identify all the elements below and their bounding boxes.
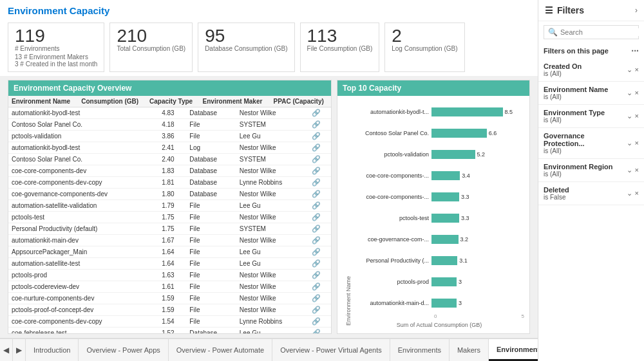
bar-label: coe-core-components-...: [354, 172, 429, 179]
link-icon[interactable]: 🔗: [312, 306, 321, 313]
ppac-link[interactable]: 🔗: [308, 189, 331, 200]
filter-actions: ⌄ ×: [627, 189, 639, 198]
tab-introduction[interactable]: Introduction: [26, 339, 79, 361]
link-icon[interactable]: 🔗: [312, 120, 321, 128]
table-cell: automationkit-main-dev: [8, 235, 158, 246]
link-icon[interactable]: 🔗: [312, 259, 321, 267]
link-icon[interactable]: 🔗: [312, 178, 321, 186]
filter-actions: ⌄ ×: [627, 66, 639, 74]
filter-item: Deleted is False ⌄ ×: [538, 182, 644, 205]
table-cell: 1.59: [158, 304, 186, 316]
filter-clear-icon[interactable]: ×: [635, 166, 639, 174]
filter-chevron-icon[interactable]: ⌄: [627, 89, 632, 97]
ppac-link[interactable]: 🔗: [308, 212, 331, 223]
link-icon[interactable]: 🔗: [312, 155, 321, 163]
ppac-link[interactable]: 🔗: [308, 107, 331, 119]
tab-nav-next[interactable]: ▶: [13, 339, 26, 361]
link-icon[interactable]: 🔗: [312, 213, 321, 221]
filter-chevron-icon[interactable]: ⌄: [627, 66, 632, 74]
ppac-link[interactable]: 🔗: [308, 293, 331, 304]
table-cell: coe-core-components-dev-copy: [8, 316, 158, 328]
ppac-link[interactable]: 🔗: [308, 281, 331, 293]
table-cell: Lee Gu: [236, 328, 308, 334]
link-icon[interactable]: 🔗: [312, 294, 321, 302]
ppac-link[interactable]: 🔗: [308, 119, 331, 131]
filters-header: ☰ Filters ›: [538, 0, 644, 21]
link-icon[interactable]: 🔗: [312, 167, 321, 174]
link-icon[interactable]: 🔗: [312, 143, 321, 151]
filter-chevron-icon[interactable]: ⌄: [627, 166, 632, 174]
kpi-main-environments: 119: [15, 27, 97, 45]
ppac-link[interactable]: 🔗: [308, 316, 331, 328]
filter-clear-icon[interactable]: ×: [635, 139, 639, 147]
col-capacity-type: Capacity Type: [146, 96, 199, 107]
filter-clear-icon[interactable]: ×: [635, 89, 639, 97]
tab-makers[interactable]: Makers: [450, 339, 489, 361]
filter-clear-icon[interactable]: ×: [635, 66, 639, 74]
link-icon[interactable]: 🔗: [312, 248, 321, 255]
table-row: pctools-prod1.63FileNestor Wilke🔗: [8, 270, 331, 281]
link-icon[interactable]: 🔗: [312, 271, 321, 279]
ppac-link[interactable]: 🔗: [308, 142, 331, 154]
link-icon[interactable]: 🔗: [312, 201, 321, 209]
ppac-link[interactable]: 🔗: [308, 223, 331, 235]
search-box[interactable]: 🔍: [544, 25, 639, 39]
ppac-link[interactable]: 🔗: [308, 131, 331, 142]
ppac-link[interactable]: 🔗: [308, 154, 331, 165]
table-row: coe-core-components-dev-copy1.54FileLynn…: [8, 316, 331, 328]
ppac-link[interactable]: 🔗: [308, 328, 331, 334]
link-icon[interactable]: 🔗: [312, 109, 321, 116]
tab-overview---power-apps[interactable]: Overview - Power Apps: [79, 339, 168, 361]
filter-clear-icon[interactable]: ×: [635, 189, 639, 198]
link-icon[interactable]: 🔗: [312, 132, 321, 140]
link-icon[interactable]: 🔗: [312, 236, 321, 244]
bottom-tabs: ◀ ▶ IntroductionOverview - Power AppsOve…: [0, 338, 538, 361]
link-icon[interactable]: 🔗: [312, 329, 321, 333]
filter-chevron-icon[interactable]: ⌄: [627, 112, 632, 120]
tab-environments[interactable]: Environments: [390, 339, 450, 361]
bar-label: automationkit-byodl-t...: [354, 109, 429, 115]
link-icon[interactable]: 🔗: [312, 190, 321, 198]
tab-overview---power-virtual-agents[interactable]: Overview - Power Virtual Agents: [272, 339, 390, 361]
filters-title-text: Filters: [557, 5, 584, 15]
link-icon[interactable]: 🔗: [312, 282, 321, 290]
table-scroll[interactable]: automationkit-byodl-test4.83DatabaseNest…: [8, 107, 331, 333]
table-cell: 1.59: [158, 293, 186, 304]
filter-clear-icon[interactable]: ×: [635, 112, 639, 120]
kpi-label-file: File Consumption (GB): [307, 45, 373, 52]
filter-name-text: Governance Protection...: [544, 132, 627, 147]
ppac-link[interactable]: 🔗: [308, 270, 331, 281]
tab-overview---power-automate[interactable]: Overview - Power Automate: [169, 339, 272, 361]
ppac-link[interactable]: 🔗: [308, 246, 331, 258]
table-cell: automation-satellite-validation: [8, 200, 158, 212]
table-row: automationkit-byodl-test4.83DatabaseNest…: [8, 107, 331, 119]
search-input[interactable]: [560, 28, 644, 36]
content-area: Environment Capacity 119 # Environments …: [0, 0, 538, 361]
ppac-link[interactable]: 🔗: [308, 200, 331, 212]
table-cell: Nestor Wilke: [236, 212, 308, 223]
table-row: coe-core-components-dev1.83DatabaseNesto…: [8, 165, 331, 177]
table-cell: Database: [186, 189, 236, 200]
filter-chevron-icon[interactable]: ⌄: [627, 189, 632, 198]
filters-on-page-text: Filters on this page: [544, 47, 609, 55]
bar: [431, 192, 459, 201]
col-env-maker: Environment Maker: [200, 96, 270, 107]
ppac-link[interactable]: 🔗: [308, 304, 331, 316]
table-row: pctools-validation3.86FileLee Gu🔗: [8, 131, 331, 142]
bar-value: 3.4: [462, 172, 470, 179]
tab-nav-prev[interactable]: ◀: [0, 339, 13, 361]
table-row: coe-febrelease-test1.52DatabaseLee Gu🔗: [8, 328, 331, 334]
table-cell: Database: [186, 165, 236, 177]
ppac-link[interactable]: 🔗: [308, 235, 331, 246]
filter-chevron-icon[interactable]: ⌄: [627, 139, 632, 147]
ppac-link[interactable]: 🔗: [308, 258, 331, 270]
tabs-container: IntroductionOverview - Power AppsOvervie…: [26, 339, 538, 361]
table-cell: Nestor Wilke: [236, 235, 308, 246]
link-icon[interactable]: 🔗: [312, 225, 321, 232]
ppac-link[interactable]: 🔗: [308, 177, 331, 189]
filters-expand-icon[interactable]: ›: [635, 6, 638, 15]
filters-menu-icon[interactable]: ···: [631, 46, 639, 56]
link-icon[interactable]: 🔗: [312, 317, 321, 325]
tab-environment-capacity[interactable]: Environment Capacity: [489, 339, 538, 361]
ppac-link[interactable]: 🔗: [308, 165, 331, 177]
